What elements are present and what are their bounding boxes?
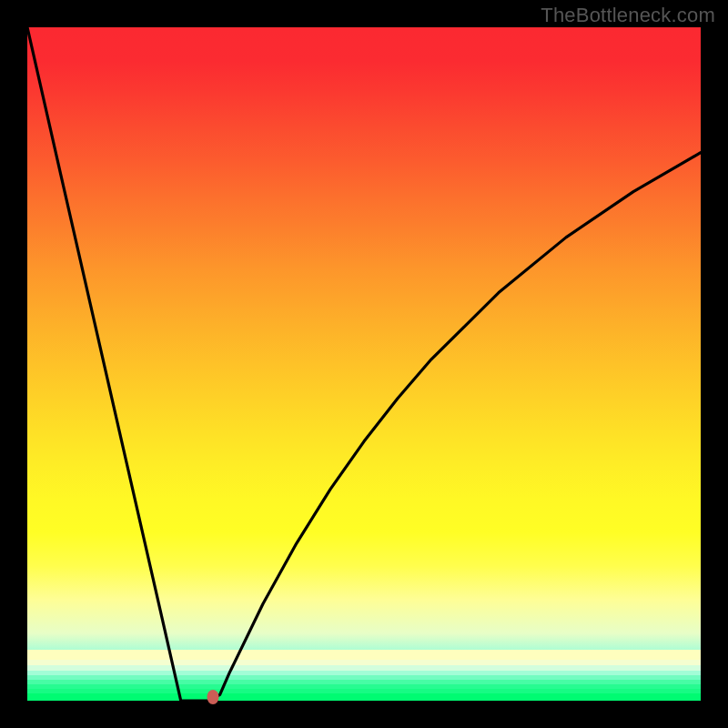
watermark-text: TheBottleneck.com [541, 4, 715, 27]
chart-frame: TheBottleneck.com [0, 0, 728, 728]
data-point-marker [207, 690, 218, 704]
curve-line [27, 27, 701, 701]
plot-area [27, 27, 701, 701]
